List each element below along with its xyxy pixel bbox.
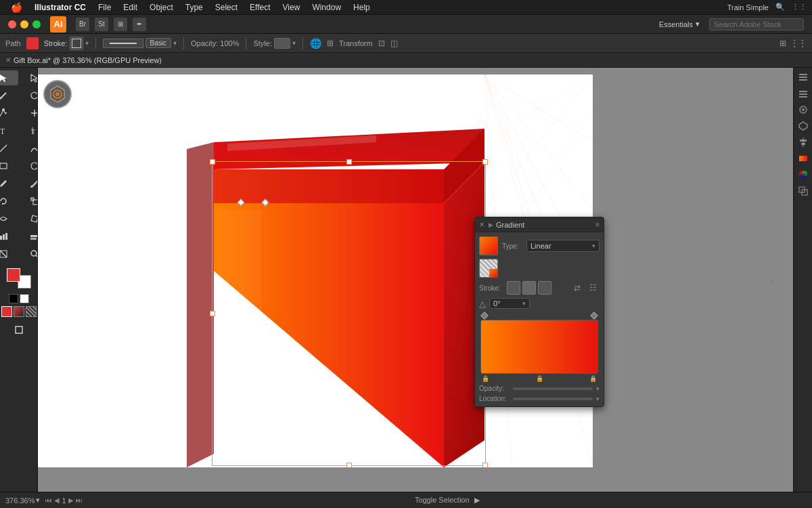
paintbrush-tool[interactable] xyxy=(0,176,18,191)
scale-tool[interactable] xyxy=(20,194,39,209)
line-tool[interactable] xyxy=(0,141,18,156)
type-tool[interactable]: T xyxy=(0,123,18,138)
transform-label[interactable]: Transform xyxy=(339,39,373,47)
column-graph-tool[interactable] xyxy=(0,229,18,244)
ellipse-tool[interactable] xyxy=(20,158,39,173)
stroke-swatch-3[interactable] xyxy=(538,281,551,295)
basic-button[interactable]: Basic xyxy=(145,38,171,48)
location-dropdown[interactable]: ▾ xyxy=(596,396,600,402)
bridge-icon[interactable]: Br xyxy=(76,18,89,31)
color-panel-icon[interactable] xyxy=(796,168,810,182)
maximize-button[interactable] xyxy=(32,20,41,28)
selection-tool[interactable] xyxy=(0,70,18,85)
menu-select[interactable]: Select xyxy=(210,1,243,14)
fill-color-swatch[interactable] xyxy=(26,37,39,49)
gradient-bar[interactable] xyxy=(480,320,598,374)
swap-colors-icon[interactable] xyxy=(20,294,29,303)
transform-icon-1[interactable]: ⊡ xyxy=(378,39,385,48)
gradient-options-icon[interactable]: ☷ xyxy=(586,281,600,295)
lasso-tool[interactable] xyxy=(20,88,39,103)
nav-next-button[interactable]: ▶ xyxy=(68,496,74,505)
none-mode-icon[interactable] xyxy=(26,306,37,317)
zoom-tool[interactable] xyxy=(20,247,39,261)
arc-tool[interactable] xyxy=(20,141,39,156)
opacity-value[interactable]: 100% xyxy=(220,39,239,47)
slice-tool[interactable] xyxy=(0,247,18,261)
menu-grid-icon[interactable]: ⋮⋮ xyxy=(792,3,807,12)
options-menu-icon[interactable]: ⋮⋮ xyxy=(790,39,807,48)
stroke-swatch[interactable] xyxy=(70,37,83,50)
reverse-gradient-icon[interactable]: ⇄ xyxy=(570,281,584,295)
scroll-right-indicator[interactable]: › xyxy=(770,275,773,284)
add-anchor-tool[interactable] xyxy=(20,106,39,121)
magnifier-icon[interactable]: 🔍 xyxy=(775,3,785,12)
menu-file[interactable]: File xyxy=(93,1,116,14)
menu-object[interactable]: Object xyxy=(144,1,179,14)
nav-start-button[interactable]: ⏮ xyxy=(45,496,52,505)
pen-icon[interactable]: ✒ xyxy=(133,18,146,31)
basic-dropdown-icon[interactable]: ▾ xyxy=(173,39,177,47)
stroke-weight-display[interactable] xyxy=(103,39,143,48)
lock-left-icon[interactable]: 🔒 xyxy=(482,375,489,382)
gradient-panel-icon[interactable] xyxy=(796,152,810,165)
direct-selection-tool[interactable] xyxy=(20,70,39,85)
align-icon[interactable]: ⊞ xyxy=(327,39,334,48)
panel-menu-button[interactable]: ≡ xyxy=(595,221,600,228)
free-transform-tool[interactable] xyxy=(20,211,39,226)
warp-tool[interactable] xyxy=(0,211,18,226)
stroke-swatch-2[interactable] xyxy=(522,281,536,295)
status-arrow-icon[interactable]: ▶ xyxy=(474,496,480,504)
style-swatch[interactable] xyxy=(274,38,290,49)
search-input[interactable] xyxy=(709,18,804,30)
draw-normal-icon[interactable] xyxy=(4,322,34,337)
pathfinder-icon[interactable] xyxy=(796,184,810,198)
stacked-bar-tool[interactable] xyxy=(20,229,39,244)
default-colors-icon[interactable] xyxy=(9,294,18,303)
stroke-dropdown-icon[interactable]: ▾ xyxy=(85,39,89,47)
app-name[interactable]: Illustrator CC xyxy=(29,1,91,14)
tab-close-button[interactable]: ✕ xyxy=(5,56,11,64)
globe-icon[interactable]: 🌐 xyxy=(310,38,321,49)
menu-effect[interactable]: Effect xyxy=(244,1,275,14)
angle-input[interactable]: 0° ▾ xyxy=(489,298,530,309)
menu-type[interactable]: Type xyxy=(180,1,208,14)
stock-icon[interactable]: St xyxy=(95,18,108,31)
properties-icon[interactable] xyxy=(796,70,810,84)
lock-right-icon[interactable]: 🔒 xyxy=(589,375,597,382)
minimize-button[interactable] xyxy=(20,20,28,28)
menu-edit[interactable]: Edit xyxy=(118,1,143,14)
type-select[interactable]: Linear ▾ xyxy=(526,240,600,252)
apple-menu[interactable]: 🍎 xyxy=(5,2,28,13)
close-button[interactable] xyxy=(8,20,16,28)
stroke-control[interactable]: Stroke: ▾ xyxy=(44,37,89,50)
gradient-preview[interactable] xyxy=(479,236,498,255)
symbols-icon[interactable] xyxy=(796,119,810,133)
menu-help[interactable]: Help xyxy=(348,1,376,14)
color-swatches[interactable] xyxy=(7,268,31,289)
location-slider[interactable] xyxy=(513,398,593,400)
layers-icon[interactable] xyxy=(796,87,810,100)
essentials-button[interactable]: Essentials ▾ xyxy=(659,20,700,28)
nav-end-button[interactable]: ⏭ xyxy=(76,496,83,505)
align-icon[interactable] xyxy=(796,135,810,149)
zoom-dropdown-icon[interactable]: ▾ xyxy=(36,496,40,505)
panel-close-button[interactable]: ✕ xyxy=(479,221,484,228)
gradient-overlay-swatch[interactable] xyxy=(479,259,498,278)
nav-prev-button[interactable]: ◀ xyxy=(54,496,60,505)
opacity-slider[interactable] xyxy=(513,387,593,390)
stroke-swatch-1[interactable] xyxy=(507,281,520,295)
menu-view[interactable]: View xyxy=(277,1,306,14)
menu-window[interactable]: Window xyxy=(307,1,346,14)
pencil-tool[interactable] xyxy=(20,176,39,191)
fill-mode-icon[interactable] xyxy=(1,306,12,317)
opacity-dropdown[interactable]: ▾ xyxy=(596,385,600,392)
magic-wand-tool[interactable] xyxy=(0,88,18,103)
gradient-mode-icon[interactable] xyxy=(14,306,24,317)
gradient-stop-right[interactable] xyxy=(590,312,597,319)
pen-tool[interactable] xyxy=(0,106,18,121)
vertical-type-tool[interactable]: T xyxy=(20,123,39,138)
rotate-tool[interactable] xyxy=(0,194,18,209)
panel-collapse-icon[interactable]: ▶ xyxy=(489,221,493,228)
brushes-icon[interactable] xyxy=(796,103,810,117)
gradient-stop-left[interactable] xyxy=(480,312,488,319)
